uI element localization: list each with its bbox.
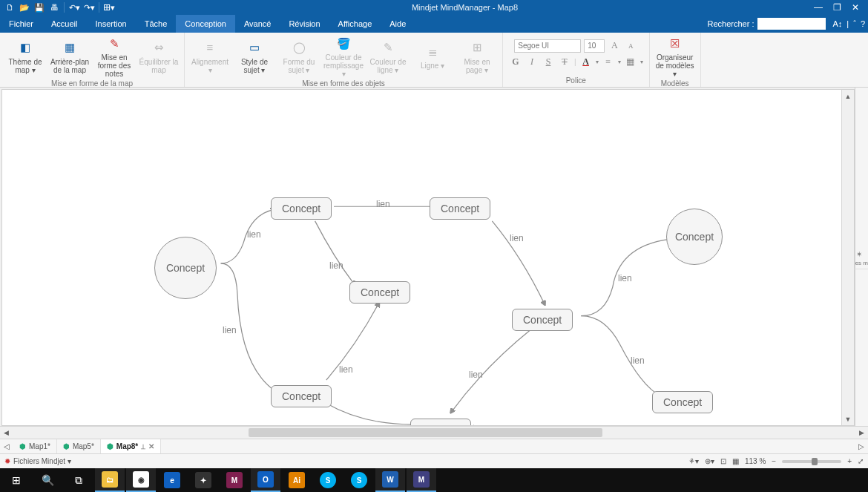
text-size-icon[interactable]: A↕ <box>833 19 843 28</box>
bold-button[interactable]: G <box>509 56 522 69</box>
font-name-combo[interactable]: Segoe UI <box>514 39 581 53</box>
separator <box>64 2 65 13</box>
tab-fichier[interactable]: Fichier <box>0 15 42 33</box>
view-icon-1[interactable]: ⊡ <box>720 457 726 465</box>
concept-node[interactable]: Concept <box>666 209 723 265</box>
start-button[interactable]: ⊞ <box>1 468 31 492</box>
tabs-prev-icon[interactable]: ◁ <box>0 442 13 450</box>
app2[interactable]: M <box>220 468 249 492</box>
topic-style-button[interactable]: ▭Style de sujet ▾ <box>234 39 275 74</box>
ribbon-tabs: Fichier Accueil Insertion Tâche Concepti… <box>0 15 868 33</box>
tabs-next-icon[interactable]: ▷ <box>855 442 868 450</box>
notes-format-button[interactable]: ✎Mise en forme des notes <box>93 35 135 78</box>
save-icon[interactable]: 💾 <box>33 1 46 14</box>
right-menu: A↕ | ˆ ? <box>830 15 869 33</box>
highlight-button[interactable]: ▦ <box>624 56 637 69</box>
layout-icon[interactable]: 𐌎▾ <box>102 1 116 14</box>
scroll-left-icon[interactable]: ◀ <box>0 427 13 439</box>
link-label: lien <box>376 199 390 209</box>
concept-node[interactable]: Concept <box>154 237 217 299</box>
horizontal-scrollbar[interactable]: ◀ ▶ <box>0 426 868 439</box>
scroll-thumb[interactable] <box>249 428 602 437</box>
status-icon[interactable]: ⊕▾ <box>705 457 714 465</box>
grow-font-icon[interactable]: A <box>608 39 621 53</box>
zoom-in-button[interactable]: + <box>847 457 852 465</box>
chrome-app[interactable]: ◉ <box>126 468 156 492</box>
zoom-slider[interactable] <box>782 460 841 463</box>
help-icon[interactable]: ? <box>861 19 865 28</box>
align-button[interactable]: ≡ <box>602 56 615 69</box>
app1[interactable]: ✦ <box>188 468 218 492</box>
outlook-app[interactable]: O <box>251 468 280 492</box>
document-tab[interactable]: ⬢Map5* <box>57 439 101 453</box>
quick-access-toolbar: 🗋 📂 💾 🖶 ↶▾ ↷▾ 𐌎▾ <box>0 1 116 14</box>
task-view-button[interactable]: ⧉ <box>64 468 93 492</box>
font-size-combo[interactable]: 10 <box>584 39 605 53</box>
concept-node[interactable]: Concept <box>652 391 713 413</box>
background-button[interactable]: ▦Arrière-plan de la map <box>49 39 91 74</box>
edge-app[interactable]: e <box>157 468 187 492</box>
tab-avance[interactable]: Avancé <box>235 15 280 33</box>
layout-icon: ⊞ <box>470 41 484 56</box>
shrink-font-icon[interactable]: A <box>624 39 637 53</box>
view-icon-2[interactable]: ▦ <box>732 457 739 465</box>
tab-accueil[interactable]: Accueil <box>42 15 86 33</box>
scroll-up-icon[interactable]: ▲ <box>842 90 854 102</box>
tab-insertion[interactable]: Insertion <box>86 15 135 33</box>
redo-icon[interactable]: ↷▾ <box>82 1 96 14</box>
document-tab[interactable]: ⬢Map8*⟂✕ <box>101 439 161 453</box>
tab-aide[interactable]: Aide <box>381 15 415 33</box>
concept-node[interactable]: Concept <box>349 281 410 304</box>
collapse-ribbon-icon[interactable]: ˆ <box>853 19 856 28</box>
document-tab[interactable]: ⬢Map1* <box>13 439 57 453</box>
open-icon[interactable]: 📂 <box>18 1 31 14</box>
strike-button[interactable]: T <box>558 56 571 69</box>
undo-icon[interactable]: ↶▾ <box>68 1 81 14</box>
balance-button: ⇔Équilibrer la map <box>138 39 180 74</box>
italic-button[interactable]: I <box>525 56 539 69</box>
tab-conception[interactable]: Conception <box>176 15 235 33</box>
search-input[interactable] <box>757 18 826 30</box>
mindjet-files-dropdown[interactable]: Fichiers Mindjet ▾ <box>13 457 71 465</box>
new-doc-icon[interactable]: 🗋 <box>3 1 16 14</box>
theme-button[interactable]: ◧Thème de map ▾ <box>4 39 46 74</box>
scroll-down-icon[interactable]: ▼ <box>842 413 854 425</box>
link-label: lien <box>247 229 261 240</box>
skype2-app[interactable]: S <box>344 468 374 492</box>
search-button[interactable]: 🔍 <box>33 468 62 492</box>
filter-icon[interactable]: ⚘▾ <box>688 457 699 465</box>
mindjet-app[interactable]: M <box>407 468 436 492</box>
link-label: lien <box>339 364 353 375</box>
pin-icon[interactable]: ⟂ <box>141 442 145 450</box>
zoom-out-button[interactable]: − <box>772 457 776 465</box>
tab-tache[interactable]: Tâche <box>136 15 177 33</box>
close-tab-icon[interactable]: ✕ <box>148 442 154 450</box>
print-icon[interactable]: 🖶 <box>47 1 61 14</box>
scroll-right-icon[interactable]: ▶ <box>855 427 868 439</box>
concept-node[interactable]: Concept <box>430 197 490 220</box>
template-organizer-button[interactable]: ☒Organiseur de modèles ▾ <box>654 35 696 78</box>
workspace: ConceptConceptConceptConceptConceptConce… <box>0 88 868 426</box>
concept-node[interactable]: Concept <box>512 309 573 331</box>
vertical-scrollbar[interactable]: ▲ ▼ <box>841 90 854 425</box>
tab-affichage[interactable]: Affichage <box>329 15 381 33</box>
tab-revision[interactable]: Révision <box>280 15 329 33</box>
line-icon: ≣ <box>425 45 440 59</box>
separator: | <box>846 19 849 28</box>
underline-button[interactable]: S <box>542 56 555 69</box>
concept-node[interactable]: Concept <box>410 419 471 426</box>
restore-button[interactable]: ❐ <box>833 2 841 13</box>
skype1-app[interactable]: S <box>313 468 343 492</box>
illustrator-app[interactable]: Ai <box>282 468 312 492</box>
fit-button[interactable]: ⤢ <box>858 457 864 465</box>
font-color-button[interactable]: A <box>579 56 593 69</box>
close-button[interactable]: ✕ <box>852 2 859 13</box>
minimize-button[interactable]: — <box>814 2 823 13</box>
word-app[interactable]: W <box>375 468 405 492</box>
explorer-app[interactable]: 🗂 <box>95 468 125 492</box>
scroll-track[interactable] <box>13 427 855 439</box>
concept-node[interactable]: Concept <box>271 197 332 220</box>
canvas[interactable]: ConceptConceptConceptConceptConceptConce… <box>1 89 855 426</box>
concept-node[interactable]: Concept <box>271 385 332 407</box>
balance-icon: ⇔ <box>151 41 166 56</box>
